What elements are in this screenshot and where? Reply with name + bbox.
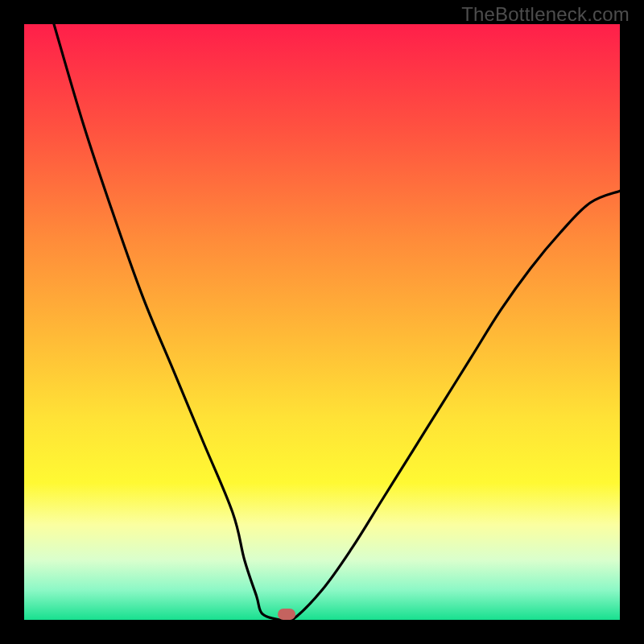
bottleneck-curve: [24, 24, 620, 620]
chart-frame: TheBottleneck.com: [0, 0, 644, 644]
optimal-point-marker: [278, 609, 295, 620]
watermark-text: TheBottleneck.com: [461, 3, 630, 26]
